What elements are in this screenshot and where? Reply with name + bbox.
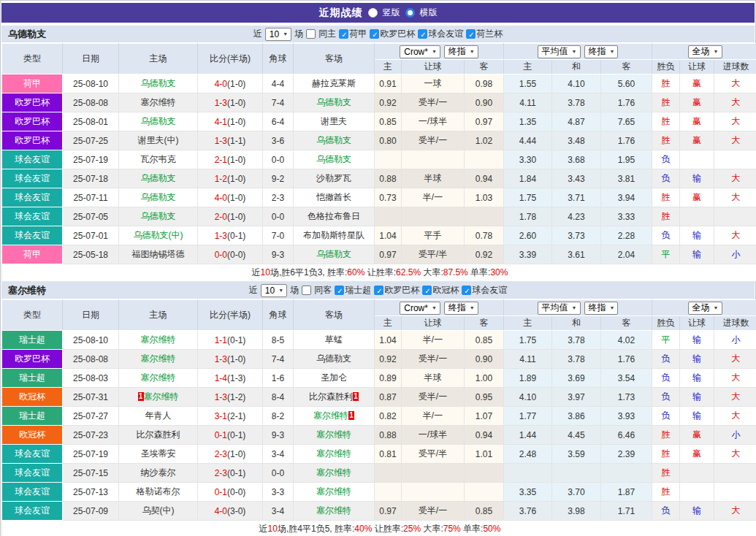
result-goals: 大	[714, 388, 756, 407]
match-score: 4-0(1-0)	[198, 74, 263, 93]
average-group-header: 平均值 终指	[504, 300, 652, 316]
home-team-name: 塞尔维特	[141, 372, 176, 383]
fulltime-score: 1-2	[215, 174, 227, 184]
match-date: 25-07-19	[63, 445, 119, 464]
average-select[interactable]: 平均值	[538, 302, 581, 315]
league-label[interactable]: 欧罗巴杯	[384, 284, 419, 296]
chevron-down-icon	[572, 49, 577, 54]
summary-row: 近10场,胜4平1负5, 胜率:40% 让胜率:25% 大率:75% 单率:50…	[2, 521, 756, 536]
league-badge: 瑞士超	[2, 407, 63, 426]
avg-draw: 3.69	[552, 369, 601, 388]
chevron-down-icon	[283, 31, 288, 37]
league-label[interactable]: 欧冠杯	[432, 284, 459, 296]
same-venue-label[interactable]: 同客	[314, 284, 332, 296]
avg-away: 3.33	[601, 207, 652, 226]
final-odds-select[interactable]: 终指	[444, 45, 478, 58]
odds-handicap: 受平/半	[402, 245, 465, 264]
halftime-score: (1-0)	[227, 79, 245, 89]
league-label[interactable]: 荷甲	[349, 28, 367, 40]
match-score: 1-3(1-2)	[198, 388, 263, 407]
odds-away: 0.97	[465, 112, 504, 131]
away-team-name: 塞尔维特	[316, 429, 351, 440]
chevron-down-icon	[470, 305, 475, 310]
league-filter[interactable]: 荷兰杯	[466, 28, 503, 40]
away-team-name: 色格拉布鲁日	[308, 211, 360, 221]
league-label[interactable]: 球会友谊	[472, 284, 507, 296]
vertical-layout-label[interactable]: 竖版	[383, 7, 400, 19]
final-odds-select-2[interactable]: 终指	[584, 302, 619, 315]
result-goals: 大	[714, 169, 756, 188]
league-filter[interactable]: 球会友谊	[462, 284, 507, 296]
league-badge: 球会友谊	[2, 207, 63, 226]
summary-part: 40%	[354, 524, 372, 534]
league-filter[interactable]: 瑞士超	[335, 284, 371, 296]
match-count-select[interactable]: 10	[261, 284, 287, 297]
final-odds-select-2[interactable]: 终指	[584, 45, 619, 58]
corner-count: 4-4	[263, 74, 294, 93]
odds-handicap: 一/球半	[402, 112, 465, 131]
away-team: 塞尔维特	[294, 483, 375, 502]
match-date: 25-07-25	[63, 131, 119, 150]
league-badge: 球会友谊	[2, 445, 63, 464]
corner-count: 0-0	[263, 150, 294, 169]
scope-select[interactable]: 全场	[688, 45, 722, 58]
away-team: 乌德勒支	[294, 245, 375, 264]
league-badge: 欧冠杯	[2, 388, 63, 407]
fulltime-score: 1-3	[215, 392, 227, 402]
league-label[interactable]: 球会友谊	[428, 28, 463, 40]
avg-home: 1.89	[504, 369, 552, 388]
league-label[interactable]: 荷兰杯	[476, 28, 503, 40]
league-checkbox[interactable]	[422, 286, 432, 295]
odds-away	[465, 207, 504, 226]
league-checkbox[interactable]	[418, 29, 427, 39]
corner-count: 2-3	[263, 188, 294, 207]
odds-away: 0.94	[465, 426, 504, 445]
league-checkbox[interactable]	[335, 286, 344, 295]
match-row: 球会友谊25-07-01乌德勒支(中)1-3(0-1)7-0布加勒斯特星队1.0…	[2, 226, 756, 245]
same-venue-checkbox[interactable]	[302, 286, 311, 295]
league-checkbox[interactable]	[370, 29, 379, 39]
subheader-avg-away: 客	[601, 60, 652, 74]
odds-home: 0.82	[375, 407, 402, 426]
odds-away	[465, 483, 504, 502]
away-team: 塞尔维特	[294, 502, 375, 521]
halftime-score: (1-0)	[227, 117, 245, 127]
vertical-layout-radio[interactable]	[368, 8, 378, 18]
league-filter[interactable]: 欧冠杯	[422, 284, 459, 296]
league-checkbox[interactable]	[462, 286, 471, 295]
league-filter[interactable]: 欧罗巴杯	[370, 28, 415, 40]
league-label[interactable]: 欧罗巴杯	[380, 28, 415, 40]
league-filter[interactable]: 球会友谊	[418, 28, 463, 40]
scope-select[interactable]: 全场	[688, 302, 722, 315]
result-goals	[714, 150, 756, 169]
league-badge: 瑞士超	[2, 369, 63, 388]
avg-away: 1.76	[601, 93, 652, 112]
league-checkbox[interactable]	[466, 29, 476, 39]
odds-company-select[interactable]: Crow*	[400, 302, 440, 315]
same-venue-checkbox[interactable]	[306, 29, 316, 39]
avg-away: 1.73	[601, 388, 652, 407]
corner-count: 9-3	[263, 245, 294, 264]
final-odds-select[interactable]: 终指	[444, 302, 478, 315]
same-venue-label[interactable]: 同主	[318, 28, 336, 40]
horizontal-layout-label[interactable]: 横版	[420, 7, 438, 19]
league-checkbox[interactable]	[374, 286, 383, 295]
horizontal-layout-radio[interactable]	[405, 8, 415, 18]
avg-home: 4.44	[504, 131, 552, 150]
league-label[interactable]: 瑞士超	[345, 284, 371, 296]
league-filter[interactable]: 荷甲	[339, 28, 367, 40]
final-odds-value: 终指	[448, 302, 466, 314]
corner-count: 3-3	[263, 483, 294, 502]
fulltime-score: 1-1	[215, 335, 227, 345]
away-team: 谢里夫	[294, 112, 375, 131]
league-filter[interactable]: 欧罗巴杯	[374, 284, 419, 296]
avg-draw: 3.78	[552, 350, 601, 369]
home-team-name: 乌德勒支	[141, 78, 176, 88]
odds-handicap: 受半/一	[402, 131, 465, 150]
away-team: 乌德勒支	[294, 150, 375, 169]
match-count-select[interactable]: 10	[265, 28, 291, 41]
average-select[interactable]: 平均值	[538, 45, 581, 58]
away-team: 布加勒斯特星队	[294, 226, 375, 245]
odds-company-select[interactable]: Crow*	[400, 45, 440, 58]
league-checkbox[interactable]	[339, 29, 348, 39]
